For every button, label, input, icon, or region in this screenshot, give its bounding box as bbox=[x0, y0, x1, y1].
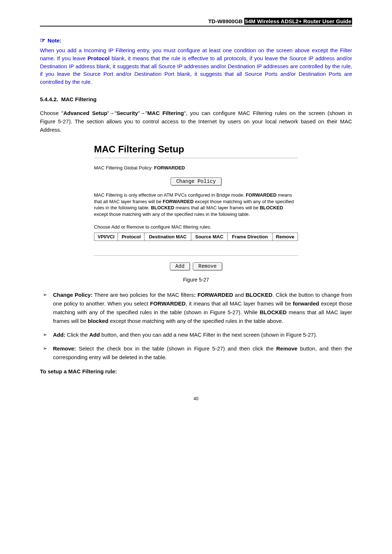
add-button[interactable]: Add bbox=[170, 262, 190, 270]
t: FORWARDED bbox=[150, 300, 185, 307]
t: Add bbox=[89, 332, 100, 338]
intro-paragraph: Choose "Advanced Setup"→"Security"→"MAC … bbox=[40, 109, 352, 134]
t: Click the bbox=[65, 332, 89, 338]
page-number: 40 bbox=[40, 396, 352, 401]
col-destmac: Destination MAC bbox=[144, 233, 191, 241]
t: There are two policies for the MAC filte… bbox=[93, 292, 194, 298]
arrow-icon: "→" bbox=[107, 110, 117, 116]
bullet-label: Change Policy: bbox=[53, 292, 93, 298]
t: Remove bbox=[276, 345, 297, 352]
t: blocked bbox=[88, 318, 109, 324]
desc-blocked: BLOCKED bbox=[151, 205, 174, 210]
desc-end: except those matching with any of the sp… bbox=[94, 212, 250, 217]
desc-forwarded: FORWARDED bbox=[246, 192, 277, 198]
col-framedir: Frame Direction bbox=[228, 233, 273, 241]
col-srcmac: Source MAC bbox=[191, 233, 228, 241]
page-header: TD-W8900GB 54M Wireless ADSL2+ Router Us… bbox=[40, 18, 352, 26]
list-item: Add: Click the Add button, and then you … bbox=[40, 331, 352, 339]
header-model: TD-W8900GB bbox=[208, 18, 243, 24]
policy-line: MAC Filtering Global Policy: FORWARDED bbox=[94, 165, 298, 171]
remove-button[interactable]: Remove bbox=[193, 262, 222, 270]
policy-label: MAC Filtering Global Policy: bbox=[94, 165, 154, 171]
note-heading: ☞Note: bbox=[40, 37, 352, 44]
bullet-label: Remove: bbox=[53, 345, 76, 352]
table-header-row: VPI/VCI Protocol Destination MAC Source … bbox=[94, 233, 298, 241]
change-policy-button[interactable]: Change Policy bbox=[171, 177, 221, 185]
desc-forwarded2: FORWARDED bbox=[163, 199, 193, 204]
col-remove: Remove bbox=[272, 233, 298, 241]
figure-screenshot: MAC Filtering Setup MAC Filtering Global… bbox=[71, 141, 321, 270]
t: BLOCKED bbox=[260, 309, 286, 315]
t: button, and then you can add a new MAC F… bbox=[100, 332, 317, 338]
desc-mid3: means that all MAC layer frames will be bbox=[174, 205, 260, 210]
bullet-list: Change Policy: There are two policies fo… bbox=[40, 291, 352, 362]
note-label: Note: bbox=[48, 37, 61, 44]
intro-pre: Choose " bbox=[40, 110, 63, 116]
intro-sec: Security bbox=[117, 110, 138, 116]
section-number: 5.4.4.2. bbox=[40, 96, 58, 102]
section-title: MAC Filtering bbox=[61, 96, 97, 102]
change-policy-row: Change Policy bbox=[71, 177, 321, 185]
desc-pre: MAC Filtering is only effective on ATM P… bbox=[94, 192, 246, 198]
t: forwarded bbox=[293, 300, 319, 307]
t: except those matching with any of the sp… bbox=[109, 318, 283, 324]
arrow-icon: "→" bbox=[138, 110, 147, 116]
figure-description: MAC Filtering is only effective on ATM P… bbox=[94, 192, 298, 217]
note-body: When you add a Incoming IP Filtering ent… bbox=[40, 46, 352, 86]
figure-divider bbox=[94, 158, 298, 158]
add-remove-row: Add Remove bbox=[71, 262, 321, 270]
setup-rule-heading: To setup a MAC Filtering rule: bbox=[40, 368, 352, 374]
policy-value: FORWARDED bbox=[154, 165, 185, 171]
mac-filter-table: VPI/VCI Protocol Destination MAC Source … bbox=[94, 233, 298, 241]
pointing-hand-icon: ☞ bbox=[40, 37, 45, 44]
figure-title: MAC Filtering Setup bbox=[94, 144, 321, 155]
bullet-label: Add: bbox=[53, 332, 65, 338]
t: : FORWARDED bbox=[194, 292, 233, 298]
document-page: TD-W8900GB 54M Wireless ADSL2+ Router Us… bbox=[0, 0, 392, 423]
col-protocol: Protocol bbox=[118, 233, 144, 241]
intro-mf: MAC Filtering bbox=[147, 110, 184, 116]
t: , it means that all MAC layer frames wil… bbox=[185, 300, 293, 307]
t: Select the check box in the table (shown… bbox=[76, 345, 276, 352]
intro-adv: Advanced Setup bbox=[63, 110, 107, 116]
t: and bbox=[233, 292, 245, 298]
header-subtitle: 54M Wireless ADSL2+ Router User Guide bbox=[244, 18, 352, 25]
figure-bottom-divider bbox=[94, 255, 298, 256]
list-item: Remove: Select the check box in the tabl… bbox=[40, 344, 352, 362]
desc-blocked2: BLOCKED bbox=[260, 205, 283, 210]
t: BLOCKED bbox=[246, 292, 273, 298]
section-heading: 5.4.4.2. MAC Filtering bbox=[40, 96, 352, 102]
figure-caption: Figure 5-27 bbox=[40, 277, 352, 283]
choose-line: Choose Add or Remove to configure MAC fi… bbox=[94, 224, 298, 230]
list-item: Change Policy: There are two policies fo… bbox=[40, 291, 352, 325]
col-vpivci: VPI/VCI bbox=[94, 233, 118, 241]
